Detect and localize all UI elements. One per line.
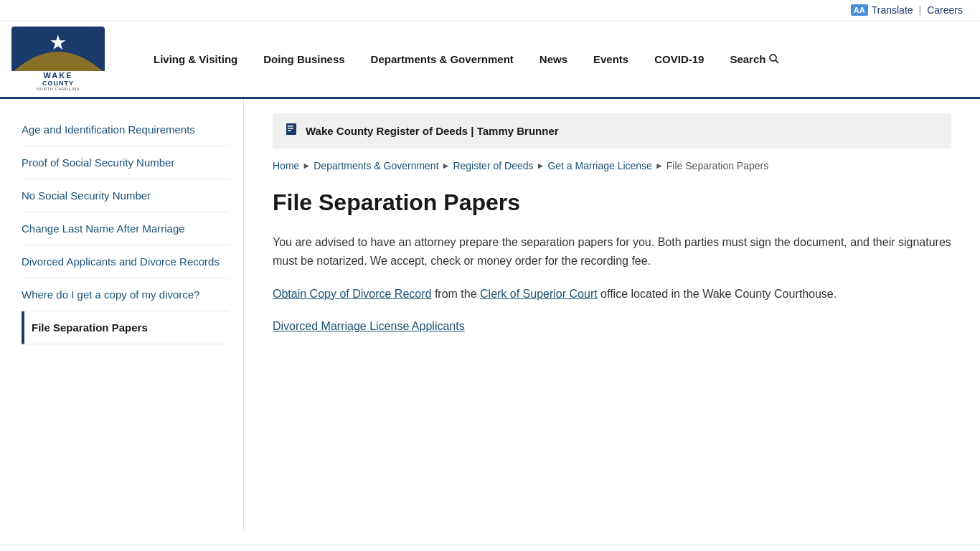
sidebar-item-copy-divorce[interactable]: Where do I get a copy of my divorce? [22, 278, 229, 311]
obtain-divorce-record-link[interactable]: Obtain Copy of Divorce Record [273, 288, 431, 300]
svg-text:WAKE: WAKE [44, 71, 73, 80]
sidebar-item-age-id[interactable]: Age and Identification Requirements [22, 113, 229, 146]
divorce-record-paragraph: Obtain Copy of Divorce Record from the C… [273, 285, 951, 303]
sidebar-item-divorced[interactable]: Divorced Applicants and Divorce Records [22, 245, 229, 278]
nav-item-news[interactable]: News [527, 46, 580, 72]
svg-rect-10 [288, 128, 293, 129]
svg-text:COUNTY: COUNTY [42, 80, 74, 87]
i-want-to-section: I want to... [0, 544, 980, 551]
search-label: Search [730, 53, 765, 65]
nav-item-events[interactable]: Events [580, 46, 641, 72]
search-icon [768, 53, 780, 65]
wake-county-logo: WAKE COUNTY NORTH CAROLINA [11, 27, 105, 91]
divorced-marriage-applicants-link[interactable]: Divorced Marriage License Applicants [273, 320, 465, 332]
body-paragraph: You are advised to have an attorney prep… [273, 233, 951, 270]
utility-separator: | [919, 4, 922, 16]
sidebar-item-change-name[interactable]: Change Last Name After Marriage [22, 212, 229, 245]
careers-link[interactable]: Careers [927, 4, 963, 16]
breadcrumb-sep-3: ► [537, 161, 545, 171]
svg-rect-11 [288, 130, 291, 131]
site-header: WAKE COUNTY NORTH CAROLINA Living & Visi… [0, 21, 980, 99]
sidebar-item-file-separation[interactable]: File Separation Papers [22, 311, 229, 344]
breadcrumb-sep-1: ► [302, 161, 311, 171]
breadcrumb: Home ► Departments & Government ► Regist… [273, 160, 951, 171]
page-container: Age and Identification Requirements Proo… [0, 99, 980, 529]
body-text: You are advised to have an attorney prep… [273, 236, 951, 267]
utility-bar: AA Translate | Careers [0, 0, 980, 21]
svg-text:NORTH CAROLINA: NORTH CAROLINA [37, 87, 80, 91]
search-item[interactable]: Search [717, 46, 793, 72]
breadcrumb-departments[interactable]: Departments & Government [314, 160, 438, 171]
nav-item-covid[interactable]: COVID-19 [641, 46, 717, 72]
main-content: Wake County Register of Deeds | Tammy Br… [244, 99, 980, 529]
svg-line-7 [776, 60, 778, 63]
nav-item-living[interactable]: Living & Visiting [141, 46, 250, 72]
context-office: office located in the Wake County Courth… [600, 288, 837, 300]
svg-rect-9 [288, 126, 293, 127]
context-from: from the [435, 288, 480, 300]
title-bar-icon [284, 122, 298, 140]
clerk-superior-court-link[interactable]: Clerk of Superior Court [480, 288, 598, 300]
translate-icon: AA [851, 4, 868, 16]
translate-link[interactable]: Translate [872, 4, 913, 16]
breadcrumb-sep-2: ► [442, 161, 451, 171]
main-nav: Living & Visiting Doing Business Departm… [141, 46, 963, 72]
svg-rect-8 [286, 123, 296, 135]
page-title-bar: Wake County Register of Deeds | Tammy Br… [273, 113, 951, 149]
breadcrumb-marriage[interactable]: Get a Marriage License [547, 160, 652, 171]
svg-point-6 [770, 55, 776, 61]
breadcrumb-register[interactable]: Register of Deeds [453, 160, 533, 171]
logo-area[interactable]: WAKE COUNTY NORTH CAROLINA [11, 27, 112, 91]
nav-item-departments[interactable]: Departments & Government [358, 46, 527, 72]
breadcrumb-sep-4: ► [655, 161, 664, 171]
sidebar-item-no-ssn[interactable]: No Social Security Number [22, 179, 229, 212]
sidebar: Age and Identification Requirements Proo… [0, 99, 244, 529]
sidebar-item-proof-ssn[interactable]: Proof of Social Security Number [22, 146, 229, 179]
breadcrumb-home[interactable]: Home [273, 160, 299, 171]
divorced-applicants-paragraph: Divorced Marriage License Applicants [273, 317, 951, 336]
breadcrumb-current: File Separation Papers [666, 160, 768, 171]
title-bar-text: Wake County Register of Deeds | Tammy Br… [306, 125, 559, 137]
page-heading: File Separation Papers [273, 189, 951, 216]
nav-item-business[interactable]: Doing Business [250, 46, 357, 72]
